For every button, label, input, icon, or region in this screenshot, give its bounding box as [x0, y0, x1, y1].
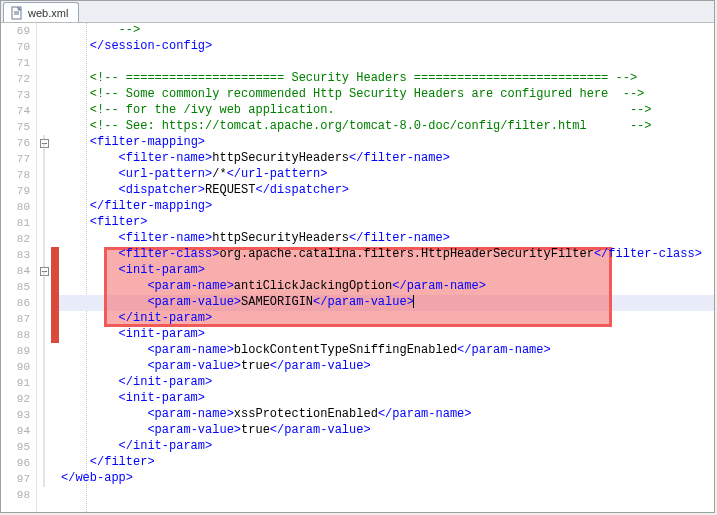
fold-cell[interactable] — [37, 55, 51, 71]
change-marker — [51, 263, 59, 279]
line-number: 81 — [1, 217, 36, 229]
code-line[interactable]: <param-value>true</param-value> — [59, 359, 714, 375]
code-line[interactable]: <!-- ====================== Security Hea… — [59, 71, 714, 87]
fold-cell[interactable] — [37, 119, 51, 135]
change-marker — [51, 455, 59, 471]
fold-cell[interactable] — [37, 71, 51, 87]
tab-label: web.xml — [28, 7, 68, 19]
fold-cell[interactable] — [37, 39, 51, 55]
fold-cell[interactable] — [37, 375, 51, 391]
fold-gutter[interactable] — [37, 23, 51, 512]
line-number: 72 — [1, 73, 36, 85]
change-marker — [51, 55, 59, 71]
line-number: 70 — [1, 41, 36, 53]
fold-cell[interactable] — [37, 183, 51, 199]
change-marker — [51, 359, 59, 375]
fold-cell[interactable] — [37, 487, 51, 503]
line-number: 69 — [1, 25, 36, 37]
code-line[interactable]: <param-value>SAMEORIGIN</param-value> — [59, 295, 714, 311]
code-editor[interactable]: 6970717273747576777879808182838485868788… — [1, 23, 714, 512]
code-line[interactable]: --> — [59, 23, 714, 39]
change-marker — [51, 183, 59, 199]
fold-cell[interactable] — [37, 391, 51, 407]
fold-cell[interactable] — [37, 343, 51, 359]
code-line[interactable]: <filter-mapping> — [59, 135, 714, 151]
change-marker — [51, 471, 59, 487]
fold-cell[interactable] — [37, 215, 51, 231]
line-number-gutter: 6970717273747576777879808182838485868788… — [1, 23, 37, 512]
fold-cell[interactable] — [37, 295, 51, 311]
code-line[interactable]: </init-param> — [59, 375, 714, 391]
fold-cell[interactable] — [37, 311, 51, 327]
fold-cell[interactable] — [37, 231, 51, 247]
fold-cell[interactable] — [37, 423, 51, 439]
change-gutter — [51, 23, 59, 512]
fold-cell[interactable] — [37, 23, 51, 39]
tab-webxml[interactable]: web.xml — [3, 2, 79, 22]
fold-cell[interactable] — [37, 247, 51, 263]
change-marker — [51, 23, 59, 39]
code-line[interactable]: <init-param> — [59, 391, 714, 407]
fold-cell[interactable] — [37, 279, 51, 295]
line-number: 98 — [1, 489, 36, 501]
fold-cell[interactable] — [37, 471, 51, 487]
line-number: 87 — [1, 313, 36, 325]
code-line[interactable]: <filter-class>org.apache.catalina.filter… — [59, 247, 714, 263]
fold-cell[interactable] — [37, 455, 51, 471]
change-marker — [51, 343, 59, 359]
code-line[interactable]: </web-app> — [59, 471, 714, 487]
code-line[interactable]: <init-param> — [59, 327, 714, 343]
fold-cell[interactable] — [37, 103, 51, 119]
line-number: 78 — [1, 169, 36, 181]
code-line[interactable]: <param-value>true</param-value> — [59, 423, 714, 439]
line-number: 83 — [1, 249, 36, 261]
code-line[interactable]: <param-name>blockContentTypeSniffingEnab… — [59, 343, 714, 359]
change-marker — [51, 407, 59, 423]
code-line[interactable]: <!-- See: https://tomcat.apache.org/tomc… — [59, 119, 714, 135]
change-marker — [51, 231, 59, 247]
change-marker — [51, 87, 59, 103]
editor-frame: web.xml 69707172737475767778798081828384… — [0, 0, 715, 513]
change-marker — [51, 71, 59, 87]
fold-cell[interactable] — [37, 439, 51, 455]
change-marker — [51, 119, 59, 135]
line-number: 79 — [1, 185, 36, 197]
fold-cell[interactable] — [37, 359, 51, 375]
code-line[interactable]: <url-pattern>/*</url-pattern> — [59, 167, 714, 183]
change-marker — [51, 327, 59, 343]
code-line[interactable]: <dispatcher>REQUEST</dispatcher> — [59, 183, 714, 199]
code-line[interactable]: <filter> — [59, 215, 714, 231]
fold-cell[interactable] — [37, 167, 51, 183]
code-line[interactable]: <param-name>xssProtectionEnabled</param-… — [59, 407, 714, 423]
tab-bar: web.xml — [1, 1, 714, 23]
code-line[interactable]: <filter-name>httpSecurityHeaders</filter… — [59, 151, 714, 167]
code-line[interactable]: </filter> — [59, 455, 714, 471]
code-line[interactable]: <!-- for the /ivy web application. --> — [59, 103, 714, 119]
change-marker — [51, 167, 59, 183]
change-marker — [51, 487, 59, 503]
code-line[interactable]: <param-name>antiClickJackingOption</para… — [59, 279, 714, 295]
fold-cell[interactable] — [37, 135, 51, 151]
code-content[interactable]: --> </session-config> <!-- =============… — [59, 23, 714, 512]
fold-cell[interactable] — [37, 199, 51, 215]
code-line[interactable] — [59, 487, 714, 503]
code-line[interactable] — [59, 55, 714, 71]
code-line[interactable]: </session-config> — [59, 39, 714, 55]
fold-cell[interactable] — [37, 151, 51, 167]
change-marker — [51, 247, 59, 263]
change-marker — [51, 135, 59, 151]
fold-cell[interactable] — [37, 87, 51, 103]
fold-cell[interactable] — [37, 327, 51, 343]
code-line[interactable]: <filter-name>httpSecurityHeaders</filter… — [59, 231, 714, 247]
line-number: 82 — [1, 233, 36, 245]
change-marker — [51, 439, 59, 455]
code-line[interactable]: <!-- Some commonly recommended Http Secu… — [59, 87, 714, 103]
line-number: 91 — [1, 377, 36, 389]
code-line[interactable]: </init-param> — [59, 439, 714, 455]
fold-cell[interactable] — [37, 263, 51, 279]
line-number: 71 — [1, 57, 36, 69]
change-marker — [51, 311, 59, 327]
line-number: 77 — [1, 153, 36, 165]
code-line[interactable]: </filter-mapping> — [59, 199, 714, 215]
fold-cell[interactable] — [37, 407, 51, 423]
